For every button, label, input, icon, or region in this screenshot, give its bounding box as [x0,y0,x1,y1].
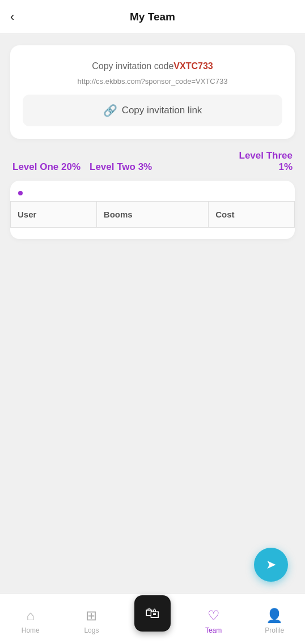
logs-icon: ⊞ [86,608,97,624]
page-title: My Team [130,11,175,23]
col-booms: Booms [96,202,208,228]
nav-logs[interactable]: ⊞ Logs [61,603,122,634]
level-one: Level One 20% [12,161,81,173]
levels-section: Level One 20% Level Two 3% Level Three 1… [10,150,295,173]
header: ‹ My Team [0,0,305,34]
send-icon: ➤ [266,557,276,572]
level-two: Level Two 3% [90,161,152,173]
col-user: User [11,202,97,228]
back-button[interactable]: ‹ [10,10,14,24]
nav-logs-label: Logs [84,626,99,634]
profile-icon: 👤 [266,608,283,624]
level-three-block: Level Three 1% [239,150,293,173]
invite-url: http://cs.ekbbs.com?sponsor_code=VXTC733 [23,77,282,86]
main-content: Copy invitation codeVXTC733 http://cs.ek… [0,34,305,599]
link-icon: 🔗 [103,104,117,117]
dot-indicator [18,191,23,195]
copy-link-label: Copy invitation link [122,105,202,116]
shop-icon: 🛍 [145,604,160,622]
home-icon: ⌂ [27,608,35,624]
nav-center[interactable]: 🛍 [122,595,183,632]
level-three-pct: 1% [278,161,293,173]
invite-card: Copy invitation codeVXTC733 http://cs.ek… [10,45,295,139]
invite-code-prefix: Copy invitation code [92,61,173,71]
nav-home[interactable]: ⌂ Home [0,603,61,634]
col-cost: Cost [209,202,295,228]
nav-profile[interactable]: 👤 Profile [244,603,305,634]
nav-team[interactable]: ♡ Team [183,603,244,634]
level-three-label: Level Three [239,150,293,161]
copy-link-button[interactable]: 🔗 Copy invitation link [23,95,282,126]
nav-team-label: Team [205,626,222,634]
table-header-row: User Booms Cost [11,202,295,228]
invite-code-value: VXTC733 [173,61,213,71]
bottom-nav: ⌂ Home ⊞ Logs 🛍 ♡ Team 👤 Profile [0,593,305,644]
invite-code-row: Copy invitation codeVXTC733 [23,61,282,71]
shop-button[interactable]: 🛍 [134,595,171,632]
nav-profile-label: Profile [265,626,284,634]
heart-icon: ♡ [207,608,220,624]
fab-button[interactable]: ➤ [254,548,288,582]
nav-home-label: Home [22,626,40,634]
data-table: User Booms Cost [10,201,295,228]
table-card: User Booms Cost [10,181,295,239]
